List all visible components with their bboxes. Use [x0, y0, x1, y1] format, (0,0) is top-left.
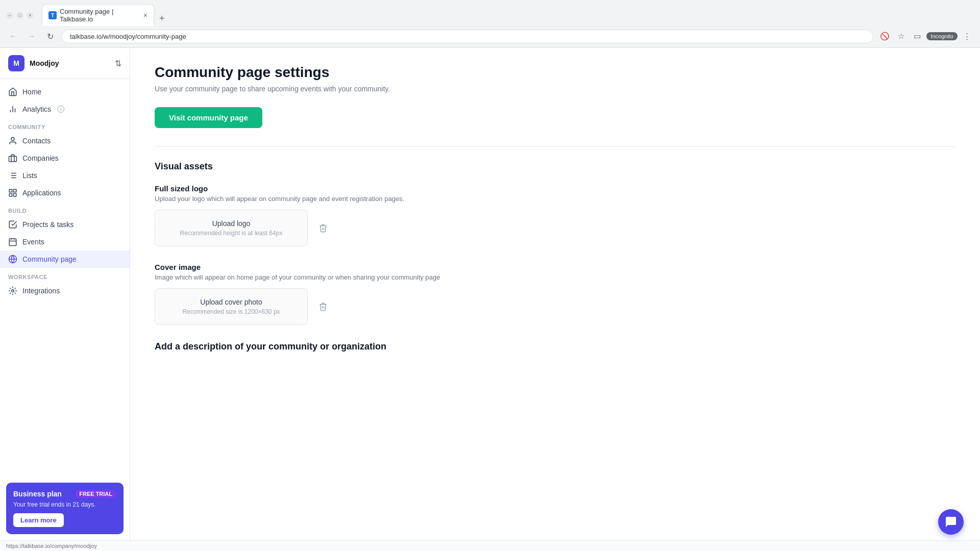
chevron-updown-icon[interactable]: ⇅	[115, 59, 121, 68]
full-logo-description: Upload your logo which will appear on co…	[155, 195, 955, 203]
back-button[interactable]: ←	[6, 29, 20, 43]
active-tab[interactable]: T Community page | Talkbase.io ×	[42, 4, 154, 26]
contacts-icon	[8, 136, 17, 145]
svg-rect-14	[9, 194, 12, 196]
sidebar-item-analytics[interactable]: Analytics i	[0, 101, 130, 118]
sidebar-item-label: Lists	[22, 171, 37, 180]
sidebar-bottom: Business plan FREE TRIAL Your free trial…	[0, 477, 130, 540]
menu-icon[interactable]: ⋮	[960, 29, 974, 43]
chat-button[interactable]	[938, 509, 964, 535]
svg-rect-4	[9, 156, 17, 162]
companies-icon	[8, 154, 17, 163]
browser-actions: 🚫 ☆ ▭ Incognito ⋮	[877, 29, 974, 43]
visit-community-page-button[interactable]: Visit community page	[155, 107, 262, 128]
page-title: Community page settings	[155, 64, 955, 81]
sidebar-item-label: Home	[22, 88, 41, 96]
sidebar-item-label: Contacts	[22, 137, 51, 145]
tab-title: Community page | Talkbase.io	[60, 8, 140, 23]
workspace-avatar: M	[8, 55, 24, 71]
trial-description: Your free trial ends in 21 days.	[13, 501, 116, 508]
workspace-name: Moodjoy	[30, 59, 59, 67]
section-divider	[155, 146, 955, 147]
lists-icon	[8, 171, 17, 180]
delete-cover-button[interactable]	[315, 298, 331, 315]
title-bar: − □ × T Community page | Talkbase.io × +	[0, 0, 980, 26]
svg-point-21	[12, 290, 14, 292]
sidebar-item-label: Companies	[22, 154, 59, 162]
info-icon: i	[57, 106, 64, 113]
sidebar-item-events[interactable]: Events	[0, 233, 130, 251]
sidebar-item-label: Analytics	[22, 105, 51, 113]
address-bar[interactable]: talkbase.io/w/moodjoy/community-page	[61, 30, 873, 43]
workspace-section-label: WORKSPACE	[0, 268, 130, 282]
sidebar-item-label: Events	[22, 238, 44, 246]
sidebar-item-label: Integrations	[22, 287, 60, 295]
trial-plan-label: Business plan	[13, 490, 62, 498]
tab-favicon: T	[48, 11, 57, 19]
description-section-title: Add a description of your community or o…	[155, 341, 955, 352]
learn-more-button[interactable]: Learn more	[13, 513, 64, 527]
sidebar-item-lists[interactable]: Lists	[0, 167, 130, 184]
tab-close-icon[interactable]: ×	[143, 11, 148, 19]
upload-logo-box[interactable]: Upload logo Recommended height is at lea…	[155, 210, 308, 246]
integrations-icon	[8, 286, 17, 295]
applications-icon	[8, 188, 17, 197]
upload-cover-row: Upload cover photo Recommended size is 1…	[155, 288, 955, 325]
sidebar-navigation: Home Analytics i COMMUNITY Contacts	[0, 79, 130, 477]
sidebar-icon[interactable]: ▭	[910, 29, 924, 43]
upload-cover-title: Upload cover photo	[167, 298, 295, 306]
upload-logo-title: Upload logo	[167, 219, 295, 228]
restore-button[interactable]: □	[16, 12, 23, 19]
status-bar: https://talkbase.io/company/moodjoy	[0, 540, 980, 551]
cover-image-section: Cover image Image which will appear on h…	[155, 263, 955, 325]
community-section-label: COMMUNITY	[0, 118, 130, 132]
bookmark-icon[interactable]: ☆	[894, 29, 908, 43]
sidebar-item-applications[interactable]: Applications	[0, 184, 130, 202]
events-icon	[8, 237, 17, 246]
close-button[interactable]: ×	[27, 12, 34, 19]
svg-rect-13	[14, 194, 16, 196]
url-text: talkbase.io/w/moodjoy/community-page	[70, 33, 865, 40]
upload-cover-hint: Recommended size is 1200×630 px	[167, 308, 295, 315]
new-tab-button[interactable]: +	[155, 11, 169, 26]
refresh-button[interactable]: ↻	[43, 29, 57, 43]
sidebar-item-companies[interactable]: Companies	[0, 149, 130, 167]
browser-nav: ← → ↻ talkbase.io/w/moodjoy/community-pa…	[0, 26, 980, 47]
sidebar-item-label: Applications	[22, 189, 61, 197]
sidebar-item-label: Projects & tasks	[22, 220, 74, 229]
community-page-icon	[8, 255, 17, 264]
trial-badge: FREE TRIAL	[75, 490, 116, 498]
trial-card: Business plan FREE TRIAL Your free trial…	[6, 483, 124, 534]
delete-logo-button[interactable]	[315, 220, 331, 236]
home-icon	[8, 87, 17, 96]
status-url: https://talkbase.io/company/moodjoy	[6, 543, 97, 549]
cover-image-label: Cover image	[155, 263, 955, 271]
sidebar-item-home[interactable]: Home	[0, 83, 130, 101]
sidebar-item-integrations[interactable]: Integrations	[0, 282, 130, 299]
sidebar-header: M Moodjoy ⇅	[0, 48, 130, 79]
cover-image-description: Image which will appear on home page of …	[155, 273, 955, 281]
sidebar-item-projects[interactable]: Projects & tasks	[0, 216, 130, 233]
tab-bar: T Community page | Talkbase.io × +	[42, 4, 974, 26]
minimize-button[interactable]: −	[6, 12, 13, 19]
visual-assets-title: Visual assets	[155, 161, 955, 172]
sidebar-item-contacts[interactable]: Contacts	[0, 132, 130, 149]
svg-rect-15	[9, 239, 16, 246]
workspace-info: M Moodjoy	[8, 55, 59, 71]
svg-rect-12	[14, 189, 16, 192]
upload-cover-box[interactable]: Upload cover photo Recommended size is 1…	[155, 288, 308, 325]
sidebar-item-label: Community page	[22, 255, 77, 263]
svg-rect-11	[9, 189, 12, 192]
forward-button[interactable]: →	[24, 29, 39, 43]
sidebar-item-community-page[interactable]: Community page	[0, 251, 130, 268]
page-subtitle: Use your community page to share upcomin…	[155, 85, 955, 93]
trial-card-header: Business plan FREE TRIAL	[13, 490, 116, 498]
full-sized-logo-section: Full sized logo Upload your logo which w…	[155, 184, 955, 246]
full-logo-label: Full sized logo	[155, 184, 955, 193]
main-content: Community page settings Use your communi…	[130, 48, 980, 540]
analytics-icon	[8, 105, 17, 114]
upload-logo-row: Upload logo Recommended height is at lea…	[155, 210, 955, 246]
eye-slash-icon[interactable]: 🚫	[877, 29, 892, 43]
app-layout: M Moodjoy ⇅ Home Analytics i C	[0, 48, 980, 540]
incognito-badge: Incognito	[926, 32, 958, 40]
